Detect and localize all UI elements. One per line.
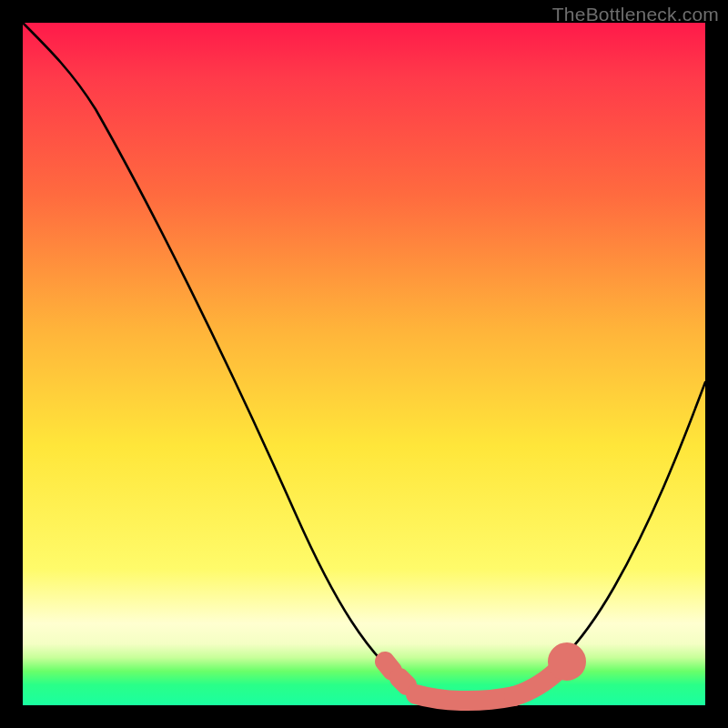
svg-point-2: [558, 652, 576, 671]
chart-stage: TheBottleneck.com: [0, 0, 728, 728]
curve-overlay: [23, 23, 705, 705]
bottleneck-curve: [23, 23, 705, 700]
trough-highlight: [385, 652, 576, 701]
svg-line-0: [385, 662, 392, 671]
watermark-text: TheBottleneck.com: [552, 4, 719, 25]
svg-line-1: [399, 678, 407, 685]
